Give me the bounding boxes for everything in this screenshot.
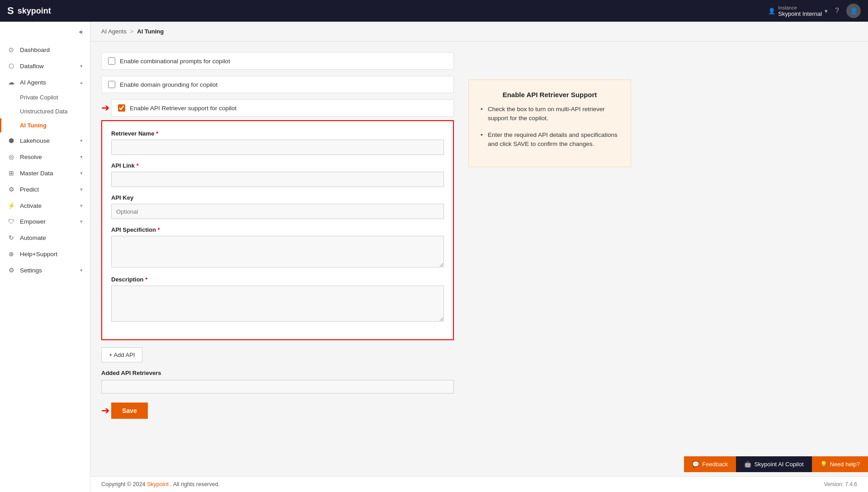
collapse-icon: «: [79, 28, 83, 35]
checkbox-domain-input[interactable]: [108, 81, 115, 88]
breadcrumb-current: AI Tuning: [137, 28, 164, 35]
save-row: ➔ Save: [101, 403, 454, 419]
page-content: Enable combinational prompts for copilot…: [90, 42, 868, 476]
feedback-label: Feedback: [702, 461, 728, 468]
sidebar-item-activate[interactable]: ⚡ Activate ▾: [0, 197, 90, 214]
add-api-button[interactable]: + Add API: [101, 347, 142, 362]
help-icon[interactable]: ?: [835, 7, 839, 15]
sidebar: « ⊙ Dashboard ⬡ Dataflow ▾ ☁ AI Agents ▴…: [0, 22, 90, 492]
retriever-name-input[interactable]: [111, 140, 444, 155]
sidebar-item-dataflow[interactable]: ⬡ Dataflow ▾: [0, 58, 90, 74]
main-layout: « ⊙ Dashboard ⬡ Dataflow ▾ ☁ AI Agents ▴…: [0, 22, 868, 492]
api-spec-label: API Specifiction *: [111, 226, 444, 233]
sidebar-item-label: Resolve: [20, 154, 42, 160]
sidebar-item-dashboard[interactable]: ⊙ Dashboard: [0, 42, 90, 58]
required-star: *: [135, 162, 139, 169]
field-retriever-name: Retriever Name *: [111, 130, 444, 155]
sidebar-item-resolve[interactable]: ◎ Resolve ▾: [0, 149, 90, 165]
need-help-button[interactable]: 💡 Need help?: [812, 456, 868, 472]
api-key-input[interactable]: [111, 204, 444, 219]
chevron-down-icon: ▾: [80, 203, 83, 209]
lakehouse-icon: ⬢: [7, 137, 15, 144]
checkbox-api-retriever-input[interactable]: [118, 104, 125, 112]
bottom-action-bar: 💬 Feedback 🤖 Skypoint AI Copilot 💡 Need …: [684, 456, 868, 472]
sidebar-item-settings[interactable]: ⚙ Settings ▾: [0, 262, 90, 278]
logo-letter: S: [7, 5, 14, 17]
footer-brand-link[interactable]: Skypoint: [147, 481, 169, 487]
field-api-key: API Key: [111, 194, 444, 219]
sidebar-toggle[interactable]: «: [0, 22, 90, 42]
dataflow-icon: ⬡: [7, 62, 15, 70]
automate-icon: ↻: [7, 234, 15, 241]
breadcrumb-parent[interactable]: AI Agents: [101, 28, 127, 35]
feedback-icon: 💬: [692, 461, 699, 468]
footer-version: Version: 7.4.6: [824, 481, 857, 487]
predict-icon: ⚙: [7, 186, 15, 193]
instance-name: Skypoint Internal: [778, 10, 822, 17]
required-star: *: [144, 276, 148, 283]
info-panel: Enable API Retriever Support Check the b…: [468, 80, 631, 167]
resolve-icon: ◎: [7, 153, 15, 160]
sidebar-item-label: AI Agents: [20, 79, 46, 86]
master-data-icon: ⊞: [7, 169, 15, 177]
topbar: S skypoint 👤 Instance Skypoint Internal …: [0, 0, 868, 22]
added-apis-input[interactable]: [101, 380, 454, 394]
checkbox-api-retriever-label: Enable API Retriever support for copilot: [130, 105, 236, 112]
feedback-button[interactable]: 💬 Feedback: [684, 456, 736, 472]
instance-label: Instance: [778, 5, 822, 10]
api-key-label: API Key: [111, 194, 444, 201]
sidebar-item-empower[interactable]: 🛡 Empower ▾: [0, 214, 90, 230]
checkbox-combinational-input[interactable]: [108, 57, 115, 65]
sidebar-item-label: Settings: [20, 267, 42, 274]
copilot-icon: 🤖: [744, 461, 751, 468]
topbar-left: S skypoint: [7, 5, 51, 17]
sidebar-item-lakehouse[interactable]: ⬢ Lakehouse ▾: [0, 132, 90, 149]
chevron-down-icon: ▾: [80, 63, 83, 69]
sidebar-sub-ai-tuning[interactable]: AI Tuning: [0, 118, 90, 132]
api-link-label: API Link *: [111, 162, 444, 169]
required-star: *: [154, 130, 158, 137]
copilot-label: Skypoint AI Copilot: [754, 461, 803, 468]
checkbox-domain: Enable domain grounding for copilot: [101, 76, 454, 93]
save-button[interactable]: Save: [111, 403, 148, 419]
checkbox-combinational: Enable combinational prompts for copilot: [101, 52, 454, 70]
info-bullet-1: Check the box to turn on multi-API retri…: [480, 105, 620, 123]
sidebar-item-label: Activate: [20, 202, 42, 209]
sidebar-item-label: Automate: [20, 234, 46, 241]
breadcrumb-separator: >: [130, 28, 134, 35]
footer: Copyright © 2024 Skypoint . All rights r…: [90, 476, 868, 492]
sidebar-item-help[interactable]: ⊕ Help+Support: [0, 246, 90, 262]
avatar[interactable]: 👤: [846, 4, 861, 18]
app-logo: S skypoint: [7, 5, 51, 17]
api-link-input[interactable]: [111, 172, 444, 187]
chevron-down-icon: ▾: [80, 154, 83, 160]
description-textarea[interactable]: [111, 286, 444, 322]
sidebar-item-ai-agents[interactable]: ☁ AI Agents ▴: [0, 74, 90, 90]
chevron-down-icon: ▾: [80, 138, 83, 144]
empower-icon: 🛡: [7, 218, 15, 225]
copilot-button[interactable]: 🤖 Skypoint AI Copilot: [736, 456, 811, 472]
retriever-name-label: Retriever Name *: [111, 130, 444, 137]
need-help-icon: 💡: [820, 461, 827, 468]
sidebar-sub-private-copilot[interactable]: Private Copilot: [0, 90, 90, 104]
topbar-right: 👤 Instance Skypoint Internal ▾ ? 👤: [768, 4, 861, 18]
api-spec-textarea[interactable]: [111, 236, 444, 267]
chevron-down-icon: ▾: [80, 187, 83, 192]
field-api-link: API Link *: [111, 162, 444, 187]
sidebar-item-predict[interactable]: ⚙ Predict ▾: [0, 181, 90, 197]
sidebar-sub-unstructured-data[interactable]: Unstructured Data: [0, 104, 90, 118]
checkbox-domain-label: Enable domain grounding for copilot: [120, 81, 217, 88]
sidebar-item-label: Dataflow: [20, 63, 44, 70]
sidebar-item-master-data[interactable]: ⊞ Master Data ▾: [0, 165, 90, 181]
settings-icon: ⚙: [7, 267, 15, 274]
content-area: AI Agents > AI Tuning Enable combination…: [90, 22, 868, 492]
checkbox-api-retriever-row: ➔ Enable API Retriever support for copil…: [101, 99, 454, 117]
chevron-down-icon[interactable]: ▾: [825, 8, 828, 14]
info-bullet-2: Enter the required API details and speci…: [480, 131, 620, 149]
sidebar-item-label: Empower: [20, 218, 46, 225]
required-star: *: [156, 226, 160, 233]
red-arrow-icon: ➔: [101, 102, 109, 114]
sidebar-item-automate[interactable]: ↻ Automate: [0, 230, 90, 246]
field-api-spec: API Specifiction *: [111, 226, 444, 269]
save-red-arrow-icon: ➔: [101, 405, 109, 417]
